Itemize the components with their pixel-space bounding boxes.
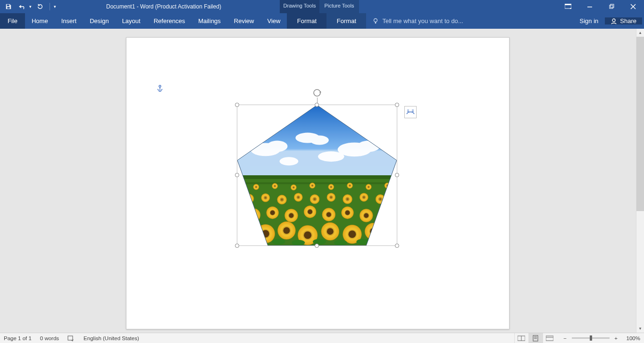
svg-rect-87 [68,336,73,340]
svg-point-11 [314,90,320,96]
layout-options-button[interactable] [404,106,417,118]
svg-rect-85 [412,110,414,110]
window-controls [557,0,644,13]
svg-rect-6 [611,4,614,8]
read-mode-button[interactable] [514,333,528,343]
tab-references[interactable]: References [147,13,192,29]
vertical-scrollbar[interactable]: ▲ ▼ [636,29,644,333]
share-button[interactable]: Share [605,17,642,24]
zoom-out-button[interactable]: − [561,335,569,342]
status-language[interactable]: English (United States) [84,335,139,341]
status-word-count[interactable]: 0 words [40,335,59,341]
svg-point-54 [309,183,315,188]
qat-customize-icon[interactable]: ▾ [54,4,56,9]
tab-format-drawing[interactable]: Format [287,13,326,29]
svg-point-67 [251,212,256,217]
resize-handle-bottom-middle[interactable] [315,244,319,248]
rotate-icon [312,88,322,98]
zoom-level[interactable]: 100% [627,335,640,341]
tab-layout[interactable]: Layout [116,13,147,29]
undo-dropdown-icon[interactable]: ▾ [29,4,32,9]
resize-handle-top-middle[interactable] [315,103,319,107]
share-label: Share [620,17,636,24]
svg-point-33 [383,226,397,244]
svg-point-44 [277,195,287,204]
tab-review[interactable]: Review [227,13,261,29]
print-layout-icon [532,335,539,342]
redo-button[interactable] [34,1,46,12]
ribbon-display-options-button[interactable] [557,0,579,13]
layout-options-icon [406,108,415,116]
status-spellcheck-icon[interactable] [67,335,75,342]
svg-point-76 [272,239,285,245]
svg-point-52 [272,183,278,189]
svg-rect-5 [610,5,613,8]
read-mode-icon [518,335,525,341]
zoom-in-button[interactable]: + [612,335,620,342]
tell-me-search[interactable]: Tell me what you want to do... [366,17,575,24]
svg-point-45 [294,193,302,202]
picture-tools-header: Picture Tools [319,0,359,13]
selected-shape-bounding-box[interactable] [237,105,397,246]
ribbon-right-links: Sign in Share [575,17,644,24]
resize-handle-middle-right[interactable] [395,173,399,177]
zoom-slider[interactable] [572,337,610,339]
svg-rect-3 [565,4,571,5]
status-page[interactable]: Page 1 of 1 [4,335,32,341]
minimize-icon [587,4,593,9]
svg-rect-86 [412,111,414,112]
tab-home[interactable]: Home [25,13,55,29]
svg-rect-84 [407,111,409,112]
resize-handle-bottom-left[interactable] [235,244,239,248]
restore-icon [609,4,614,9]
svg-point-75 [251,238,264,244]
svg-point-41 [379,207,391,219]
close-icon [630,4,636,9]
tab-design[interactable]: Design [83,13,115,29]
drawing-tools-header: Drawing Tools [280,0,319,13]
resize-handle-bottom-right[interactable] [395,244,399,248]
ribbon-tabs: File Home Insert Design Layout Reference… [0,13,644,29]
svg-point-78 [313,239,326,245]
svg-rect-4 [587,7,592,8]
svg-point-57 [366,184,371,190]
tab-file[interactable]: File [0,13,25,29]
svg-point-7 [374,18,377,22]
close-button[interactable] [622,0,644,13]
zoom-control: − + 100% [561,335,640,342]
tab-mailings[interactable]: Mailings [192,13,227,29]
resize-handle-top-left[interactable] [235,103,239,107]
svg-point-62 [304,231,311,239]
svg-point-61 [283,227,290,234]
svg-point-70 [308,210,312,214]
minimize-button[interactable] [579,0,601,13]
pentagon-picture-shape[interactable] [237,105,397,245]
svg-point-68 [270,211,275,215]
svg-rect-24 [237,175,397,179]
svg-point-53 [291,185,296,190]
sign-in-link[interactable]: Sign in [575,17,603,24]
save-icon [5,3,12,10]
svg-point-46 [310,195,319,204]
zoom-slider-thumb[interactable] [590,335,592,341]
document-page[interactable] [126,37,510,329]
redo-repeat-icon [37,3,43,10]
web-layout-button[interactable] [543,333,557,343]
print-layout-button[interactable] [528,333,543,343]
resize-handle-top-right[interactable] [395,103,399,107]
svg-point-20 [318,151,344,162]
scroll-down-button[interactable]: ▼ [636,325,644,333]
tab-insert[interactable]: Insert [55,13,84,29]
undo-button[interactable] [17,1,28,12]
save-button[interactable] [3,1,14,12]
tab-view[interactable]: View [260,13,287,29]
scroll-thumb[interactable] [636,37,644,211]
resize-handle-middle-left[interactable] [235,173,239,177]
svg-rect-25 [237,182,397,184]
restore-button[interactable] [601,0,622,13]
rotate-handle[interactable] [312,88,322,98]
scroll-up-button[interactable]: ▲ [636,29,644,37]
tab-format-picture[interactable]: Format [326,13,366,29]
svg-point-77 [292,240,305,245]
svg-point-65 [370,228,376,235]
